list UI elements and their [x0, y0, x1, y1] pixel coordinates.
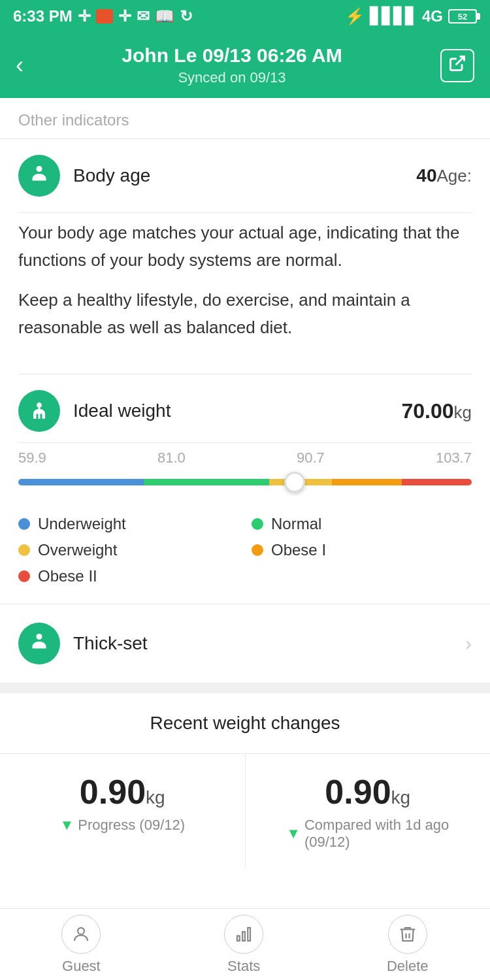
track-normal: [144, 479, 269, 485]
hashtag-icon: ✛: [78, 7, 91, 25]
status-bar: 6:33 PM ✛ ✛ ✉ 📖 ↻ ⚡ ▋▋▋▋ 4G 52: [0, 0, 490, 33]
recent-section: Recent weight changes 0.90kg ▼ Progress …: [0, 693, 490, 869]
bottom-nav: Guest Stats Delete: [0, 908, 490, 980]
mail-icon: ✉: [137, 7, 150, 25]
ideal-weight-value: 70.00kg: [401, 399, 472, 423]
nav-item-stats[interactable]: Stats: [224, 915, 263, 975]
thickset-row[interactable]: Thick-set ›: [0, 604, 490, 683]
legend-label-normal: Normal: [271, 515, 321, 533]
tick-3: 90.7: [297, 449, 325, 466]
legend-label-obese2: Obese II: [38, 567, 97, 585]
legend-dot-overweight: [18, 544, 30, 556]
orange-square-icon: [96, 9, 113, 24]
ideal-weight-header: Ideal weight 70.00kg: [0, 374, 490, 442]
recent-title: Recent weight changes: [0, 713, 490, 734]
slider-thumb: [284, 472, 305, 493]
legend-dot-obese2: [18, 570, 30, 582]
body-age-icon: [18, 155, 60, 197]
app-header: ‹ John Le 09/13 06:26 AM Synced on 09/13: [0, 33, 490, 98]
down-arrow-icon: ▼: [59, 817, 74, 834]
body-age-label: Body age: [73, 165, 416, 186]
stats-icon: [224, 915, 263, 954]
legend-normal: Normal: [252, 515, 472, 533]
legend-obese1: Obese I: [252, 541, 472, 559]
tick-2: 81.0: [157, 449, 186, 466]
comparison-label: ▼ Compared with 1d ago (09/12): [256, 817, 480, 851]
legend-label-underweight: Underweight: [38, 515, 126, 533]
weight-slider-area: 59.9 81.0 90.7 103.7: [0, 443, 490, 515]
legend-label-overweight: Overweight: [38, 541, 117, 559]
thickset-icon: [18, 623, 60, 664]
chevron-right-icon: ›: [465, 632, 472, 655]
svg-rect-6: [237, 936, 240, 941]
svg-point-5: [78, 928, 84, 934]
section-separator: [0, 683, 490, 693]
slider-colored-track: [18, 479, 472, 485]
weight-legend: Underweight Normal Overweight Obese I Ob…: [0, 515, 490, 604]
slider-ticks: 59.9 81.0 90.7 103.7: [18, 449, 472, 472]
track-underweight: [18, 479, 144, 485]
header-subtitle: Synced on 09/13: [122, 69, 342, 86]
comparison-value: 0.90kg: [256, 772, 480, 811]
progress-cell: 0.90kg ▼ Progress (09/12): [0, 754, 246, 869]
network-type: 4G: [422, 7, 443, 25]
ideal-weight-label: Ideal weight: [73, 400, 401, 421]
back-button[interactable]: ‹: [16, 52, 24, 79]
legend-dot-obese1: [252, 544, 263, 556]
main-content: Other indicators Body age 40Age: Your bo…: [0, 98, 490, 947]
tick-4: 103.7: [436, 449, 472, 466]
ideal-weight-icon: [18, 390, 60, 432]
nav-item-guest[interactable]: Guest: [61, 915, 101, 975]
sync-icon: ↻: [180, 7, 193, 25]
svg-rect-7: [242, 932, 245, 941]
body-age-value: 40Age:: [416, 165, 472, 186]
progress-label: ▼ Progress (09/12): [10, 817, 235, 834]
nav-guest-label: Guest: [62, 958, 101, 975]
status-right: ⚡ ▋▋▋▋ 4G 52: [345, 7, 477, 25]
progress-value: 0.90kg: [10, 772, 235, 811]
bluetooth-icon: ⚡: [345, 7, 365, 25]
weight-changes-row: 0.90kg ▼ Progress (09/12) 0.90kg ▼ Compa…: [0, 753, 490, 869]
battery-icon: 52: [448, 9, 477, 24]
grid-icon: ✛: [118, 7, 131, 25]
body-age-description: Your body age matches your actual age, i…: [0, 213, 490, 374]
legend-underweight: Underweight: [18, 515, 238, 533]
nav-item-delete[interactable]: Delete: [387, 915, 429, 975]
body-age-row: Body age 40Age:: [0, 139, 490, 212]
comparison-cell: 0.90kg ▼ Compared with 1d ago (09/12): [246, 754, 491, 869]
legend-dot-underweight: [18, 518, 30, 530]
header-title: John Le 09/13 06:26 AM: [122, 44, 342, 67]
legend-obese2: Obese II: [18, 567, 238, 585]
legend-label-obese1: Obese I: [271, 541, 326, 559]
export-button[interactable]: [440, 49, 474, 82]
svg-point-1: [37, 166, 42, 172]
signal-icon: ▋▋▋▋: [370, 7, 417, 25]
delete-icon: [388, 915, 427, 954]
legend-dot-normal: [252, 518, 263, 530]
track-obese2: [402, 479, 472, 485]
nav-delete-label: Delete: [387, 958, 429, 975]
section-label: Other indicators: [0, 98, 490, 139]
svg-point-4: [37, 634, 42, 640]
status-left: 6:33 PM ✛ ✛ ✉ 📖 ↻: [13, 7, 193, 25]
svg-rect-8: [248, 928, 250, 941]
track-obese1: [332, 479, 402, 485]
slider-track: [18, 476, 472, 489]
down-arrow-2-icon: ▼: [286, 825, 301, 842]
body-age-desc-2: Keep a healthy lifestyle, do exercise, a…: [18, 287, 472, 341]
svg-line-0: [456, 56, 465, 65]
time-display: 6:33 PM: [13, 7, 73, 25]
legend-overweight: Overweight: [18, 541, 238, 559]
body-age-desc-1: Your body age matches your actual age, i…: [18, 220, 472, 274]
nav-stats-label: Stats: [227, 958, 260, 975]
thickset-label: Thick-set: [73, 633, 465, 654]
guest-icon: [61, 915, 101, 954]
book-icon: 📖: [155, 7, 174, 25]
header-title-block: John Le 09/13 06:26 AM Synced on 09/13: [122, 44, 342, 86]
tick-1: 59.9: [18, 449, 46, 466]
